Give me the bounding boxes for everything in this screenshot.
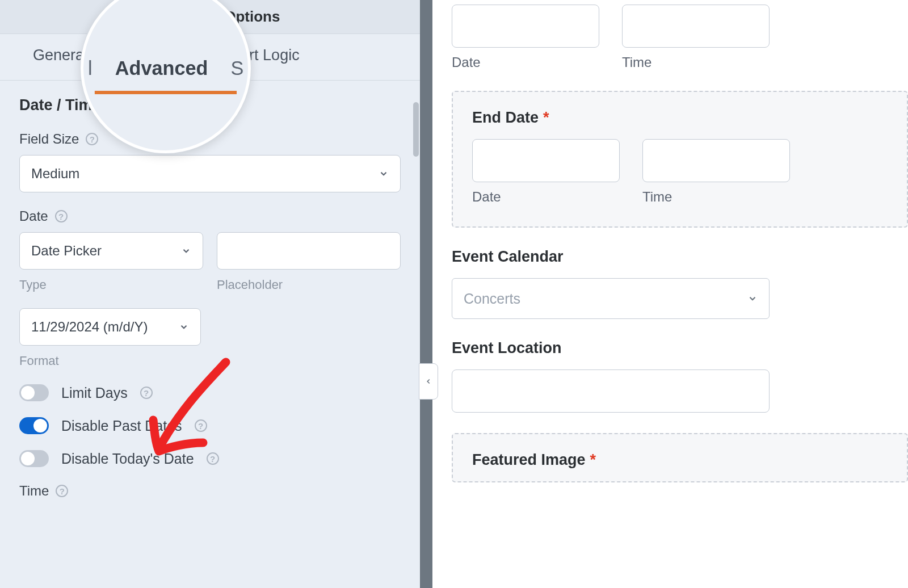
end-time-input[interactable]: [642, 139, 790, 182]
event-location-label: Event Location: [452, 339, 562, 357]
form-preview: Date Time End Date * Date Ti: [432, 0, 908, 588]
start-date-input[interactable]: [452, 5, 599, 48]
chevron-down-icon: [747, 293, 758, 304]
date-format-group: 11/29/2024 (m/d/Y) Format: [19, 308, 201, 368]
help-icon[interactable]: ?: [55, 210, 68, 222]
start-time-input[interactable]: [622, 5, 770, 48]
field-size-select[interactable]: Medium: [19, 155, 401, 192]
end-date-field-selected[interactable]: End Date * Date Time: [452, 91, 908, 228]
sub-tab-smart-logic[interactable]: rt Logic: [249, 47, 300, 73]
disable-past-row: Disable Past Dates ?: [19, 417, 401, 434]
help-icon[interactable]: ?: [86, 133, 98, 145]
help-icon[interactable]: ?: [56, 485, 68, 497]
disable-today-toggle[interactable]: [19, 450, 49, 467]
date-type-select[interactable]: Date Picker: [19, 232, 203, 270]
required-asterisk: *: [543, 109, 549, 127]
event-location-input[interactable]: [452, 369, 770, 413]
event-location-row: Event Location: [452, 339, 908, 413]
date-type-value: Date Picker: [31, 243, 102, 259]
disable-past-toggle[interactable]: [19, 417, 49, 434]
date-type-sublabel: Type: [19, 278, 203, 292]
date-group: Date ? Date Picker Type: [19, 208, 401, 292]
date-format-select[interactable]: 11/29/2024 (m/d/Y): [19, 308, 201, 346]
field-size-value: Medium: [31, 166, 79, 182]
required-asterisk: *: [590, 451, 596, 469]
event-calendar-value: Concerts: [464, 291, 520, 307]
options-scroll-area[interactable]: Date / Time (ID #8) Field Size ? Medium …: [0, 81, 420, 588]
limit-days-label: Limit Days: [61, 385, 128, 401]
disable-today-row: Disable Today's Date ?: [19, 450, 401, 467]
date-format-sublabel: Format: [19, 354, 201, 368]
event-calendar-select[interactable]: Concerts: [452, 278, 770, 319]
chevron-down-icon: [379, 169, 389, 179]
limit-days-toggle[interactable]: [19, 384, 49, 401]
limit-days-row: Limit Days ?: [19, 384, 401, 401]
featured-image-row[interactable]: Featured Image *: [452, 433, 908, 482]
disable-today-label: Disable Today's Date: [61, 451, 194, 467]
chevron-down-icon: [179, 322, 189, 332]
end-date-label: End Date: [472, 109, 539, 127]
event-calendar-label: Event Calendar: [452, 248, 564, 266]
start-time-sublabel: Time: [622, 54, 770, 70]
date-format-value: 11/29/2024 (m/d/Y): [31, 319, 148, 335]
date-placeholder-sublabel: Placeholder: [217, 278, 401, 292]
lens-right-fragment: S: [230, 57, 243, 79]
start-date-row: Date Time: [452, 5, 908, 70]
field-size-label: Field Size: [19, 131, 79, 147]
field-options-panel: A Field Options General Advanced rt Logi…: [0, 0, 420, 588]
collapse-panel-button[interactable]: [419, 363, 438, 400]
lens-left-fragment: l: [88, 57, 93, 79]
help-icon[interactable]: ?: [207, 452, 219, 465]
chevron-down-icon: [181, 246, 191, 256]
end-date-sublabel: Date: [472, 189, 620, 205]
date-label: Date: [19, 208, 48, 224]
sub-tab-general[interactable]: General: [33, 47, 87, 73]
event-calendar-row: Event Calendar Concerts: [452, 248, 908, 319]
end-date-input[interactable]: [472, 139, 620, 182]
scrollbar-thumb[interactable]: [413, 102, 419, 157]
time-group: Time ?: [19, 483, 401, 499]
end-time-sublabel: Time: [642, 189, 790, 205]
lens-advanced-tab: Advanced: [115, 57, 208, 79]
panel-divider[interactable]: [420, 0, 432, 588]
help-icon[interactable]: ?: [195, 419, 207, 432]
start-date-sublabel: Date: [452, 54, 599, 70]
featured-image-label: Featured Image: [472, 451, 586, 469]
disable-past-label: Disable Past Dates: [61, 418, 182, 434]
time-label: Time: [19, 483, 49, 499]
date-placeholder-input[interactable]: [217, 232, 401, 270]
help-icon[interactable]: ?: [140, 387, 153, 399]
